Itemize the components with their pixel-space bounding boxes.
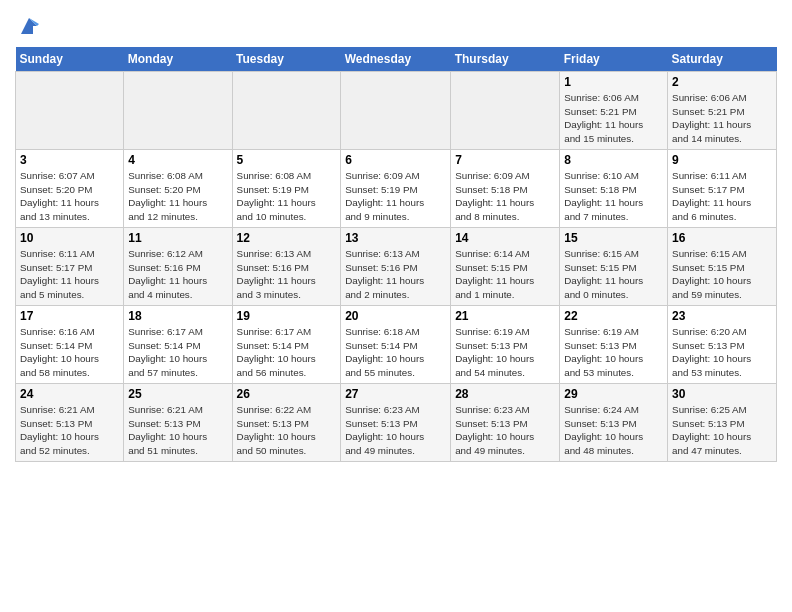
day-number: 13	[345, 231, 446, 245]
calendar-cell: 17Sunrise: 6:16 AMSunset: 5:14 PMDayligh…	[16, 305, 124, 383]
calendar-week-1: 1Sunrise: 6:06 AMSunset: 5:21 PMDaylight…	[16, 71, 777, 149]
calendar-cell: 26Sunrise: 6:22 AMSunset: 5:13 PMDayligh…	[232, 383, 341, 461]
day-info: Sunrise: 6:21 AMSunset: 5:13 PMDaylight:…	[20, 403, 119, 458]
day-info: Sunrise: 6:09 AMSunset: 5:18 PMDaylight:…	[455, 169, 555, 224]
day-info: Sunrise: 6:08 AMSunset: 5:19 PMDaylight:…	[237, 169, 337, 224]
calendar-cell: 14Sunrise: 6:14 AMSunset: 5:15 PMDayligh…	[451, 227, 560, 305]
day-info: Sunrise: 6:23 AMSunset: 5:13 PMDaylight:…	[345, 403, 446, 458]
page-container: SundayMondayTuesdayWednesdayThursdayFrid…	[0, 0, 792, 467]
day-number: 12	[237, 231, 337, 245]
day-info: Sunrise: 6:11 AMSunset: 5:17 PMDaylight:…	[672, 169, 772, 224]
calendar-body: 1Sunrise: 6:06 AMSunset: 5:21 PMDaylight…	[16, 71, 777, 461]
weekday-header-saturday: Saturday	[668, 47, 777, 72]
svg-marker-0	[21, 18, 37, 34]
day-number: 10	[20, 231, 119, 245]
day-info: Sunrise: 6:12 AMSunset: 5:16 PMDaylight:…	[128, 247, 227, 302]
calendar-cell: 12Sunrise: 6:13 AMSunset: 5:16 PMDayligh…	[232, 227, 341, 305]
calendar-header: SundayMondayTuesdayWednesdayThursdayFrid…	[16, 47, 777, 72]
calendar-cell: 3Sunrise: 6:07 AMSunset: 5:20 PMDaylight…	[16, 149, 124, 227]
day-info: Sunrise: 6:18 AMSunset: 5:14 PMDaylight:…	[345, 325, 446, 380]
day-info: Sunrise: 6:07 AMSunset: 5:20 PMDaylight:…	[20, 169, 119, 224]
day-number: 6	[345, 153, 446, 167]
day-info: Sunrise: 6:20 AMSunset: 5:13 PMDaylight:…	[672, 325, 772, 380]
calendar-cell: 25Sunrise: 6:21 AMSunset: 5:13 PMDayligh…	[124, 383, 232, 461]
day-number: 8	[564, 153, 663, 167]
day-number: 22	[564, 309, 663, 323]
day-info: Sunrise: 6:09 AMSunset: 5:19 PMDaylight:…	[345, 169, 446, 224]
day-number: 23	[672, 309, 772, 323]
weekday-header-tuesday: Tuesday	[232, 47, 341, 72]
calendar-cell: 24Sunrise: 6:21 AMSunset: 5:13 PMDayligh…	[16, 383, 124, 461]
calendar-table: SundayMondayTuesdayWednesdayThursdayFrid…	[15, 47, 777, 462]
calendar-cell: 5Sunrise: 6:08 AMSunset: 5:19 PMDaylight…	[232, 149, 341, 227]
weekday-header-wednesday: Wednesday	[341, 47, 451, 72]
day-info: Sunrise: 6:25 AMSunset: 5:13 PMDaylight:…	[672, 403, 772, 458]
day-number: 9	[672, 153, 772, 167]
day-number: 29	[564, 387, 663, 401]
calendar-week-4: 17Sunrise: 6:16 AMSunset: 5:14 PMDayligh…	[16, 305, 777, 383]
day-number: 27	[345, 387, 446, 401]
day-number: 18	[128, 309, 227, 323]
calendar-cell	[124, 71, 232, 149]
calendar-week-3: 10Sunrise: 6:11 AMSunset: 5:17 PMDayligh…	[16, 227, 777, 305]
weekday-header-monday: Monday	[124, 47, 232, 72]
calendar-cell: 23Sunrise: 6:20 AMSunset: 5:13 PMDayligh…	[668, 305, 777, 383]
day-info: Sunrise: 6:14 AMSunset: 5:15 PMDaylight:…	[455, 247, 555, 302]
calendar-cell: 13Sunrise: 6:13 AMSunset: 5:16 PMDayligh…	[341, 227, 451, 305]
day-number: 30	[672, 387, 772, 401]
calendar-cell: 27Sunrise: 6:23 AMSunset: 5:13 PMDayligh…	[341, 383, 451, 461]
day-number: 11	[128, 231, 227, 245]
calendar-cell	[341, 71, 451, 149]
day-number: 17	[20, 309, 119, 323]
day-number: 19	[237, 309, 337, 323]
logo	[15, 14, 41, 43]
calendar-cell: 29Sunrise: 6:24 AMSunset: 5:13 PMDayligh…	[560, 383, 668, 461]
calendar-cell	[16, 71, 124, 149]
calendar-cell: 18Sunrise: 6:17 AMSunset: 5:14 PMDayligh…	[124, 305, 232, 383]
weekday-header-thursday: Thursday	[451, 47, 560, 72]
day-info: Sunrise: 6:11 AMSunset: 5:17 PMDaylight:…	[20, 247, 119, 302]
day-info: Sunrise: 6:13 AMSunset: 5:16 PMDaylight:…	[237, 247, 337, 302]
calendar-cell	[451, 71, 560, 149]
day-info: Sunrise: 6:16 AMSunset: 5:14 PMDaylight:…	[20, 325, 119, 380]
day-number: 1	[564, 75, 663, 89]
day-info: Sunrise: 6:23 AMSunset: 5:13 PMDaylight:…	[455, 403, 555, 458]
calendar-cell: 4Sunrise: 6:08 AMSunset: 5:20 PMDaylight…	[124, 149, 232, 227]
day-info: Sunrise: 6:10 AMSunset: 5:18 PMDaylight:…	[564, 169, 663, 224]
day-number: 20	[345, 309, 446, 323]
calendar-cell: 28Sunrise: 6:23 AMSunset: 5:13 PMDayligh…	[451, 383, 560, 461]
day-number: 7	[455, 153, 555, 167]
calendar-cell: 21Sunrise: 6:19 AMSunset: 5:13 PMDayligh…	[451, 305, 560, 383]
calendar-week-2: 3Sunrise: 6:07 AMSunset: 5:20 PMDaylight…	[16, 149, 777, 227]
day-info: Sunrise: 6:17 AMSunset: 5:14 PMDaylight:…	[128, 325, 227, 380]
calendar-cell: 2Sunrise: 6:06 AMSunset: 5:21 PMDaylight…	[668, 71, 777, 149]
calendar-cell: 20Sunrise: 6:18 AMSunset: 5:14 PMDayligh…	[341, 305, 451, 383]
day-number: 16	[672, 231, 772, 245]
calendar-cell: 8Sunrise: 6:10 AMSunset: 5:18 PMDaylight…	[560, 149, 668, 227]
day-info: Sunrise: 6:06 AMSunset: 5:21 PMDaylight:…	[564, 91, 663, 146]
day-number: 24	[20, 387, 119, 401]
day-number: 26	[237, 387, 337, 401]
day-info: Sunrise: 6:13 AMSunset: 5:16 PMDaylight:…	[345, 247, 446, 302]
calendar-cell: 16Sunrise: 6:15 AMSunset: 5:15 PMDayligh…	[668, 227, 777, 305]
calendar-cell: 9Sunrise: 6:11 AMSunset: 5:17 PMDaylight…	[668, 149, 777, 227]
day-number: 14	[455, 231, 555, 245]
day-number: 3	[20, 153, 119, 167]
calendar-cell: 19Sunrise: 6:17 AMSunset: 5:14 PMDayligh…	[232, 305, 341, 383]
day-info: Sunrise: 6:15 AMSunset: 5:15 PMDaylight:…	[672, 247, 772, 302]
day-info: Sunrise: 6:08 AMSunset: 5:20 PMDaylight:…	[128, 169, 227, 224]
day-number: 28	[455, 387, 555, 401]
day-number: 5	[237, 153, 337, 167]
day-info: Sunrise: 6:24 AMSunset: 5:13 PMDaylight:…	[564, 403, 663, 458]
day-info: Sunrise: 6:06 AMSunset: 5:21 PMDaylight:…	[672, 91, 772, 146]
weekday-header-row: SundayMondayTuesdayWednesdayThursdayFrid…	[16, 47, 777, 72]
logo-icon	[17, 14, 41, 38]
day-number: 2	[672, 75, 772, 89]
calendar-week-5: 24Sunrise: 6:21 AMSunset: 5:13 PMDayligh…	[16, 383, 777, 461]
calendar-cell: 15Sunrise: 6:15 AMSunset: 5:15 PMDayligh…	[560, 227, 668, 305]
day-info: Sunrise: 6:21 AMSunset: 5:13 PMDaylight:…	[128, 403, 227, 458]
calendar-cell: 6Sunrise: 6:09 AMSunset: 5:19 PMDaylight…	[341, 149, 451, 227]
weekday-header-friday: Friday	[560, 47, 668, 72]
logo-text	[15, 14, 41, 43]
day-number: 21	[455, 309, 555, 323]
